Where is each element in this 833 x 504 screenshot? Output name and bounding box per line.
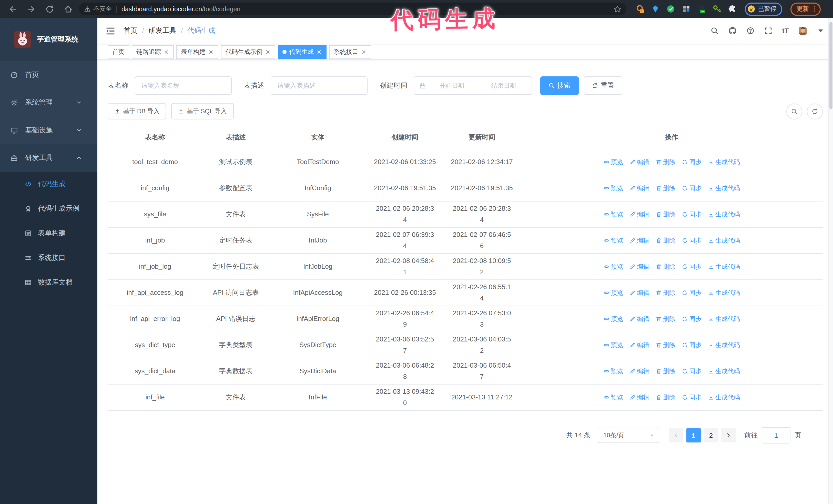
view-tab[interactable]: 系统接口 — [329, 45, 371, 59]
action-link[interactable]: 编辑 — [629, 392, 649, 403]
action-link[interactable]: 删除 — [656, 392, 675, 403]
user-avatar[interactable] — [799, 27, 807, 35]
close-icon[interactable] — [316, 49, 322, 55]
sidebar-subitem[interactable]: 表单构建 — [0, 221, 97, 246]
chrome-update-chip[interactable]: 更新 — [790, 2, 821, 16]
sidebar-subitem[interactable]: 数据库文档 — [0, 270, 97, 295]
action-link[interactable]: 预览 — [603, 365, 623, 377]
action-link[interactable]: 编辑 — [629, 313, 649, 325]
action-link[interactable]: 预览 — [603, 313, 623, 325]
close-icon[interactable] — [265, 49, 271, 55]
action-link[interactable]: 预览 — [603, 209, 623, 220]
action-link[interactable]: 生成代码 — [708, 183, 740, 194]
browser-reload-icon[interactable] — [45, 4, 54, 14]
breadcrumb-home[interactable]: 首页 — [123, 26, 137, 35]
action-link[interactable]: 编辑 — [629, 365, 649, 377]
browser-back-icon[interactable] — [8, 4, 18, 14]
action-link[interactable]: 编辑 — [629, 209, 649, 220]
sidebar-subitem[interactable]: 代码生成 — [0, 172, 97, 196]
extension-gem-icon[interactable] — [651, 5, 660, 13]
browser-menu-dots-icon[interactable] — [811, 6, 818, 12]
sidebar-item-monitor[interactable]: 基础设施 — [0, 116, 97, 144]
action-link[interactable]: 预览 — [603, 392, 623, 403]
user-menu-caret-icon[interactable] — [816, 27, 825, 35]
action-link[interactable]: 编辑 — [629, 287, 649, 298]
scrollbar-thumb[interactable] — [829, 22, 832, 109]
date-range-input[interactable]: 开始日期 - 结束日期 — [414, 76, 532, 95]
extension-on-icon[interactable]: on — [697, 5, 706, 13]
goto-page-input[interactable] — [762, 427, 790, 443]
extension-orange-icon[interactable]: 1 — [636, 5, 644, 13]
action-link[interactable]: 删除 — [656, 365, 675, 377]
action-link[interactable]: 同步 — [682, 287, 701, 298]
action-link[interactable]: 生成代码 — [708, 365, 740, 377]
extension-grid-icon[interactable] — [682, 5, 690, 13]
action-link[interactable]: 预览 — [603, 183, 623, 194]
table-desc-input[interactable]: 请输入表描述 — [271, 76, 367, 95]
sidebar-fold-icon[interactable] — [105, 26, 115, 35]
action-link[interactable]: 编辑 — [629, 183, 649, 194]
header-search-icon[interactable] — [711, 27, 719, 35]
toggle-search-button[interactable] — [786, 103, 802, 119]
action-link[interactable]: 删除 — [656, 209, 675, 220]
action-link[interactable]: 生成代码 — [708, 261, 740, 272]
sidebar-item-toolbox[interactable]: 研发工具 — [0, 144, 97, 172]
action-link[interactable]: 预览 — [603, 157, 623, 168]
action-link[interactable]: 同步 — [682, 261, 701, 272]
action-link[interactable]: 编辑 — [629, 157, 649, 168]
action-link[interactable]: 预览 — [603, 261, 623, 272]
profile-sync-paused-chip[interactable]: 已暂停 — [745, 2, 782, 16]
help-icon[interactable] — [746, 27, 755, 35]
browser-forward-icon[interactable] — [27, 4, 36, 14]
action-link[interactable]: 编辑 — [629, 339, 649, 351]
reset-button[interactable]: 重置 — [584, 76, 622, 95]
action-link[interactable]: 同步 — [682, 235, 701, 246]
view-tab[interactable]: 链路追踪 — [132, 45, 174, 59]
action-link[interactable]: 删除 — [656, 261, 675, 272]
sidebar-item-gauge[interactable]: 首页 — [0, 61, 97, 89]
refresh-table-button[interactable] — [807, 103, 823, 119]
view-tab[interactable]: 表单构建 — [176, 45, 218, 59]
action-link[interactable]: 同步 — [682, 313, 701, 325]
action-link[interactable]: 删除 — [656, 287, 675, 298]
action-link[interactable]: 编辑 — [629, 261, 649, 272]
view-tab[interactable]: 首页 — [108, 45, 129, 59]
close-icon[interactable] — [164, 49, 169, 55]
action-link[interactable]: 同步 — [682, 183, 701, 194]
breadcrumb-tools[interactable]: 研发工具 — [149, 26, 176, 35]
action-link[interactable]: 预览 — [603, 287, 623, 298]
action-link[interactable]: 预览 — [603, 339, 623, 351]
action-link[interactable]: 删除 — [656, 235, 675, 246]
next-page-button[interactable] — [721, 428, 736, 442]
page-size-select[interactable]: 10条/页 — [598, 428, 659, 443]
action-link[interactable]: 删除 — [656, 313, 675, 325]
action-link[interactable]: 预览 — [603, 235, 623, 246]
table-name-input[interactable]: 请输入表名称 — [135, 76, 232, 95]
action-link[interactable]: 同步 — [682, 392, 701, 403]
bookmark-star-icon[interactable] — [614, 5, 621, 13]
close-icon[interactable] — [208, 49, 214, 55]
action-link[interactable]: 生成代码 — [708, 157, 740, 168]
app-logo[interactable]: 芋道管理系统 — [0, 18, 97, 61]
github-icon[interactable] — [729, 27, 737, 35]
action-link[interactable]: 同步 — [682, 339, 701, 351]
action-link[interactable]: 同步 — [682, 209, 701, 220]
prev-page-button[interactable] — [669, 428, 683, 442]
action-link[interactable]: 生成代码 — [708, 313, 740, 325]
sql-import-button[interactable]: 基于 SQL 导入 — [171, 103, 234, 119]
action-link[interactable]: 生成代码 — [708, 235, 740, 246]
action-link[interactable]: 生成代码 — [708, 209, 740, 220]
text-size-icon[interactable]: tT — [782, 27, 789, 35]
action-link[interactable]: 删除 — [656, 157, 675, 168]
sidebar-subitem[interactable]: 代码生成示例 — [0, 196, 97, 221]
address-bar[interactable]: 不安全 dashboard.yudao.iocoder.cn/tool/code… — [79, 3, 626, 16]
action-link[interactable]: 删除 — [656, 183, 675, 194]
view-tab[interactable]: 代码生成示例 — [221, 45, 275, 59]
browser-home-icon[interactable] — [64, 4, 73, 14]
extensions-puzzle-icon[interactable] — [728, 5, 737, 13]
action-link[interactable]: 编辑 — [629, 235, 649, 246]
action-link[interactable]: 生成代码 — [708, 339, 740, 351]
page-button-1[interactable]: 1 — [686, 428, 701, 442]
view-tab[interactable]: 代码生成 — [278, 45, 327, 59]
sidebar-item-gear[interactable]: 系统管理 — [0, 89, 97, 116]
